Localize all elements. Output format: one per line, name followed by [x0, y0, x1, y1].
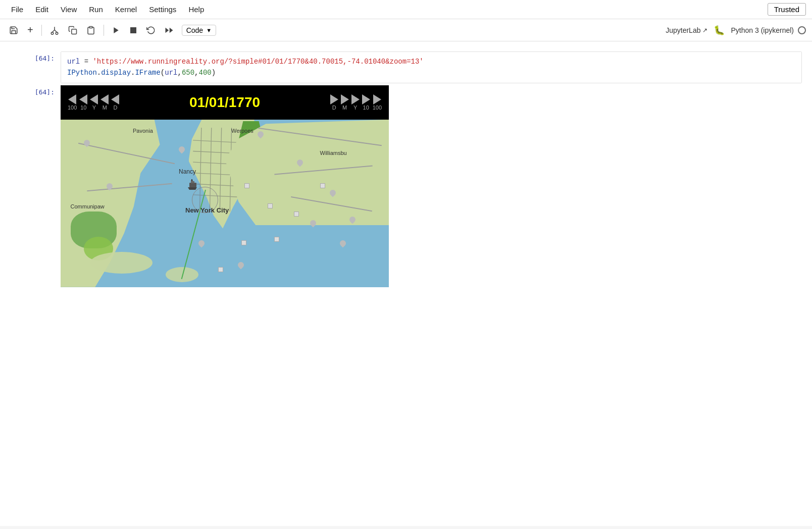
menu-help[interactable]: Help — [183, 3, 209, 16]
nav-label-100-left: 100 — [68, 104, 77, 111]
nav-left-buttons: 100 10 Y — [68, 94, 119, 111]
menu-file[interactable]: File — [6, 3, 28, 16]
tri-right-m — [341, 94, 349, 104]
map-wrapper: 100 10 Y — [61, 85, 389, 287]
nav-btn-10-left[interactable]: 10 — [79, 94, 87, 111]
menu-kernel[interactable]: Kernel — [110, 3, 142, 16]
height-arg: 400 — [199, 69, 212, 77]
save-button[interactable] — [6, 24, 21, 37]
output-prompt: [64]: — [10, 85, 61, 287]
stop-button[interactable] — [126, 24, 140, 36]
nav-label-y-left: Y — [92, 104, 96, 111]
nav-btn-m-left[interactable]: M — [100, 94, 109, 111]
svg-marker-9 — [169, 27, 173, 33]
nav-label-m-left: M — [103, 104, 107, 111]
svg-marker-10 — [165, 27, 169, 33]
svg-line-11 — [193, 140, 243, 143]
nav-btn-y-right[interactable]: Y — [351, 94, 360, 111]
code-line-2: IPython.display.IFrame(url,650,400) — [67, 67, 795, 78]
menu-items: File Edit View Run Kernel Settings Help — [6, 3, 209, 16]
cell-type-select[interactable]: Code ▼ — [182, 25, 216, 36]
svg-rect-21 — [189, 183, 196, 187]
cut-button[interactable] — [47, 24, 62, 37]
pin-center-1 — [178, 145, 186, 153]
tri-left-d — [111, 94, 119, 104]
nav-label-100-right: 100 — [373, 104, 382, 111]
nav-label-10-left: 10 — [80, 104, 86, 111]
notebook: [64]: url = 'https://www.runningreality.… — [0, 41, 812, 526]
tri-right-d — [330, 94, 338, 104]
menu-run[interactable]: Run — [84, 3, 108, 16]
add-cell-button[interactable]: + — [24, 22, 36, 38]
trusted-button[interactable]: Trusted — [768, 3, 806, 16]
jupyterlab-label: JupyterLab — [666, 26, 700, 34]
pin-bottom-1 — [197, 239, 206, 247]
ipython-ref: IPython — [67, 69, 97, 77]
svg-rect-23 — [193, 181, 194, 183]
nav-btn-m-right[interactable]: M — [341, 94, 349, 111]
map-area[interactable]: Pavonia Communipaw Werpoes Williamsbu Ne… — [61, 120, 389, 287]
cell-input-area[interactable]: url = 'https://www.runningreality.org/?s… — [61, 51, 802, 83]
sq-marker-1 — [244, 183, 249, 188]
svg-rect-25 — [191, 179, 192, 181]
sq-marker-6 — [241, 240, 246, 245]
iframe-ref: IFrame — [135, 69, 160, 77]
iframe-output[interactable]: 100 10 Y — [61, 85, 389, 287]
sq-marker-4 — [320, 183, 325, 188]
nav-btn-d-left[interactable]: D — [111, 94, 119, 111]
code-input[interactable]: url = 'https://www.runningreality.org/?s… — [61, 52, 801, 83]
timeline-date: 01/01/1770 — [189, 94, 260, 111]
tri-left-y — [90, 94, 98, 104]
sq-marker-3 — [294, 211, 299, 217]
kernel-info: Python 3 (ipykernel) — [731, 26, 806, 34]
sq-marker-2 — [268, 203, 273, 208]
toolbar-separator-1 — [41, 25, 42, 36]
kernel-name: Python 3 (ipykernel) — [731, 26, 794, 34]
nav-label-d-right: D — [332, 104, 336, 111]
nav-label-10-right: 10 — [363, 104, 369, 111]
svg-line-2 — [52, 30, 55, 32]
nav-label-y-right: Y — [353, 104, 357, 111]
svg-rect-6 — [89, 26, 92, 28]
copy-button[interactable] — [65, 24, 80, 37]
svg-line-3 — [55, 30, 57, 32]
menu-edit[interactable]: Edit — [30, 3, 54, 16]
paste-button[interactable] — [83, 24, 98, 37]
kernel-debug-icon[interactable]: 🐛 — [714, 25, 725, 36]
svg-point-1 — [56, 32, 58, 34]
var-url: url — [67, 58, 80, 66]
tri-right-y — [351, 94, 360, 104]
toolbar-right: JupyterLab ↗ 🐛 Python 3 (ipykernel) — [666, 25, 806, 36]
nav-label-m-right: M — [342, 104, 347, 111]
input-prompt: [64]: — [10, 51, 61, 83]
output-cell-64: [64]: 100 — [0, 85, 812, 287]
tri-left-10 — [79, 94, 87, 104]
nav-btn-y-left[interactable]: Y — [90, 94, 98, 111]
fast-forward-button[interactable] — [162, 24, 177, 37]
display-ref: display — [101, 69, 131, 77]
tri-right-10 — [362, 94, 370, 104]
nav-btn-100-right[interactable]: 100 — [373, 94, 382, 111]
timeline-bar: 100 10 Y — [61, 85, 389, 120]
pin-brooklyn-6 — [338, 239, 347, 247]
code-line-1: url = 'https://www.runningreality.org/?s… — [67, 56, 795, 67]
tri-right-100 — [373, 94, 381, 104]
tri-left-100 — [68, 94, 76, 104]
run-button[interactable] — [109, 24, 123, 36]
cell-type-chevron: ▼ — [206, 27, 212, 33]
sq-marker-7 — [218, 267, 223, 272]
sq-marker-5 — [274, 237, 279, 242]
land-island-left — [90, 252, 153, 274]
width-arg: 650 — [182, 69, 194, 77]
nav-right-buttons: D M Y — [330, 94, 382, 111]
nav-btn-d-right[interactable]: D — [330, 94, 338, 111]
nav-btn-10-right[interactable]: 10 — [362, 94, 370, 111]
menu-settings[interactable]: Settings — [144, 3, 181, 16]
jupyterlab-link[interactable]: JupyterLab ↗ — [666, 26, 707, 34]
url-arg: url — [165, 69, 177, 77]
code-cell-64: [64]: url = 'https://www.runningreality.… — [0, 51, 812, 83]
nav-btn-100-left[interactable]: 100 — [68, 94, 77, 111]
restart-button[interactable] — [143, 24, 159, 37]
menu-view[interactable]: View — [56, 3, 82, 16]
svg-rect-8 — [130, 27, 136, 33]
